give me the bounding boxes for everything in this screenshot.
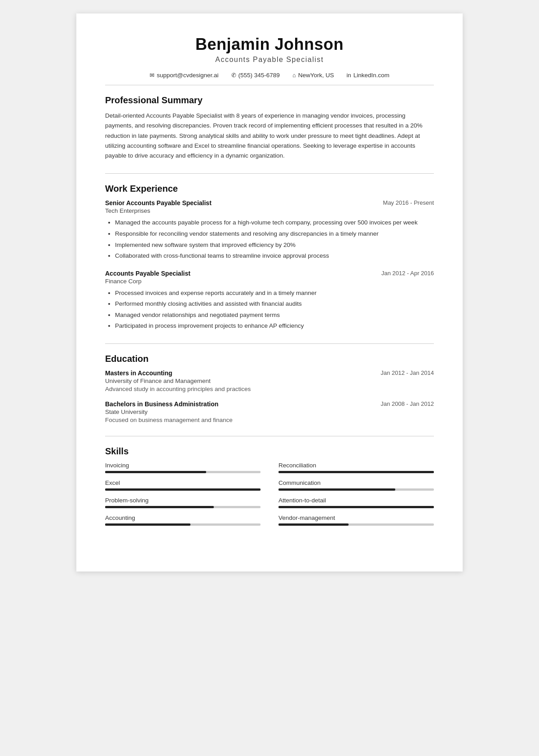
job-title-0: Senior Accounts Payable Specialist [105, 199, 212, 207]
skill-bar-bg [278, 523, 434, 526]
bullet-1-3: Participated in process improvement proj… [115, 321, 434, 331]
skill-bar-fill [105, 488, 261, 491]
company-0: Tech Enterprises [105, 207, 434, 214]
job-bullets-0: Managed the accounts payable process for… [105, 218, 434, 260]
linkedin-text: LinkedIn.com [353, 72, 389, 79]
skill-item: Accounting [105, 514, 261, 526]
job-header-1: Accounts Payable Specialist Jan 2012 - A… [105, 270, 434, 277]
summary-section: Professional Summary Detail-oriented Acc… [105, 95, 434, 161]
skills-grid: InvoicingExcelProblem-solvingAccountingR… [105, 462, 434, 532]
skill-name: Problem-solving [105, 497, 261, 504]
edu-header-1: Bachelors in Business Administration Jan… [105, 400, 434, 408]
edu-school-0: University of Finance and Management [105, 378, 434, 384]
job-entry-1: Accounts Payable Specialist Jan 2012 - A… [105, 270, 434, 331]
work-divider [105, 343, 434, 344]
skill-bar-fill [105, 471, 206, 473]
skill-name: Invoicing [105, 462, 261, 469]
bullet-1-2: Managed vendor relationships and negotia… [115, 310, 434, 320]
work-experience-section: Work Experience Senior Accounts Payable … [105, 184, 434, 331]
company-1: Finance Corp [105, 278, 434, 285]
skill-bar-fill [105, 506, 214, 508]
skill-bar-bg [278, 471, 434, 473]
job-date-1: Jan 2012 - Apr 2016 [381, 270, 434, 277]
job-date-0: May 2016 - Present [383, 199, 434, 206]
candidate-name: Benjamin Johnson [105, 35, 434, 54]
work-experience-title: Work Experience [105, 184, 434, 194]
skill-bar-bg [105, 506, 261, 508]
job-entry-0: Senior Accounts Payable Specialist May 2… [105, 199, 434, 260]
skill-bar-fill [278, 488, 395, 491]
edu-degree-1: Bachelors in Business Administration [105, 400, 218, 408]
phone-icon: ✆ [231, 72, 236, 79]
skill-bar-bg [278, 488, 434, 491]
edu-divider [105, 436, 434, 436]
header-section: Benjamin Johnson Accounts Payable Specia… [105, 35, 434, 64]
candidate-title: Accounts Payable Specialist [105, 56, 434, 64]
bullet-0-3: Collaborated with cross-functional teams… [115, 251, 434, 261]
location-icon: ⌂ [292, 72, 296, 79]
email-text: support@cvdesigner.ai [157, 72, 219, 79]
skill-name: Accounting [105, 514, 261, 521]
skill-bar-bg [105, 471, 261, 473]
summary-text: Detail-oriented Accounts Payable Special… [105, 111, 434, 161]
skill-name: Excel [105, 479, 261, 486]
skill-item: Problem-solving [105, 497, 261, 508]
contact-linkedin: in LinkedIn.com [347, 72, 389, 79]
bullet-0-2: Implemented new software system that imp… [115, 240, 434, 250]
skill-bar-bg [105, 523, 261, 526]
bullet-1-1: Performed monthly closing activities and… [115, 299, 434, 309]
skills-column: InvoicingExcelProblem-solvingAccounting [105, 462, 261, 532]
skill-name: Communication [278, 479, 434, 486]
skill-name: Attention-to-detail [278, 497, 434, 504]
edu-entry-0: Masters in Accounting Jan 2012 - Jan 201… [105, 369, 434, 392]
edu-school-1: State University [105, 409, 434, 415]
skill-item: Attention-to-detail [278, 497, 434, 508]
skills-section: Skills InvoicingExcelProblem-solvingAcco… [105, 446, 434, 532]
linkedin-icon: in [347, 72, 351, 79]
job-title-1: Accounts Payable Specialist [105, 270, 190, 277]
skill-name: Vendor-management [278, 514, 434, 521]
bullet-1-0: Processed invoices and expense reports a… [115, 288, 434, 298]
job-header-0: Senior Accounts Payable Specialist May 2… [105, 199, 434, 207]
bullet-0-0: Managed the accounts payable process for… [115, 218, 434, 228]
contact-bar: ✉ support@cvdesigner.ai ✆ (555) 345-6789… [105, 72, 434, 79]
skill-name: Reconciliation [278, 462, 434, 469]
education-title: Education [105, 354, 434, 364]
email-icon: ✉ [150, 72, 155, 79]
resume-container: Benjamin Johnson Accounts Payable Specia… [76, 13, 463, 571]
skill-bar-fill [278, 523, 349, 526]
skills-column: ReconciliationCommunicationAttention-to-… [278, 462, 434, 532]
header-divider [105, 85, 434, 85]
education-section: Education Masters in Accounting Jan 2012… [105, 354, 434, 423]
skill-bar-fill [105, 523, 190, 526]
edu-degree-0: Masters in Accounting [105, 369, 172, 377]
location-text: NewYork, US [298, 72, 334, 79]
summary-title: Professional Summary [105, 95, 434, 105]
contact-location: ⌂ NewYork, US [292, 72, 334, 79]
skill-item: Communication [278, 479, 434, 491]
edu-header-0: Masters in Accounting Jan 2012 - Jan 201… [105, 369, 434, 377]
skill-bar-fill [278, 471, 434, 473]
job-bullets-1: Processed invoices and expense reports a… [105, 288, 434, 331]
skill-item: Invoicing [105, 462, 261, 473]
summary-divider [105, 173, 434, 174]
edu-desc-1: Focused on business management and finan… [105, 417, 434, 423]
skill-bar-fill [278, 506, 434, 508]
skill-item: Reconciliation [278, 462, 434, 473]
skills-title: Skills [105, 446, 434, 457]
skill-item: Excel [105, 479, 261, 491]
skill-item: Vendor-management [278, 514, 434, 526]
edu-date-0: Jan 2012 - Jan 2014 [380, 369, 434, 376]
edu-date-1: Jan 2008 - Jan 2012 [380, 400, 434, 407]
bullet-0-1: Responsible for reconciling vendor state… [115, 229, 434, 239]
skill-bar-bg [105, 488, 261, 491]
contact-phone: ✆ (555) 345-6789 [231, 72, 280, 79]
skill-bar-bg [278, 506, 434, 508]
contact-email: ✉ support@cvdesigner.ai [150, 72, 219, 79]
edu-desc-0: Advanced study in accounting principles … [105, 386, 434, 392]
phone-text: (555) 345-6789 [239, 72, 280, 79]
edu-entry-1: Bachelors in Business Administration Jan… [105, 400, 434, 423]
